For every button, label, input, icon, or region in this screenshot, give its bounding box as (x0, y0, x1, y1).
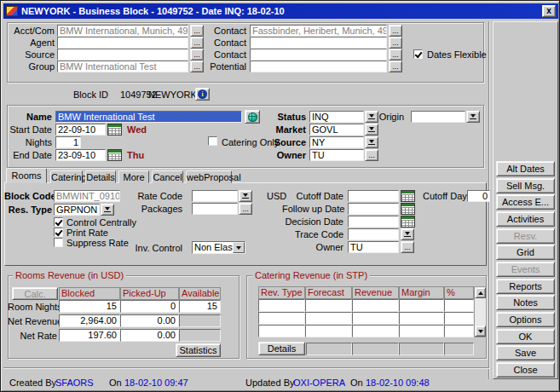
property-info-button[interactable]: i (195, 88, 210, 101)
owner-field[interactable]: TU (309, 149, 364, 161)
source-field[interactable] (57, 49, 188, 61)
status-label: Status (257, 112, 306, 123)
contact2-lookup-button[interactable]: ... (389, 37, 402, 49)
res-type-dropdown-button[interactable] (101, 204, 114, 216)
suppress-rate-label: Suppress Rate (66, 238, 129, 249)
details-button[interactable]: Details (258, 342, 305, 355)
tab-more[interactable]: More (118, 170, 149, 183)
ok-button[interactable]: OK (496, 329, 555, 344)
agent-field[interactable] (57, 37, 188, 49)
origin-dropdown-button[interactable] (466, 111, 480, 123)
updated-on-value: 18-02-10 09:48 (366, 378, 430, 389)
inv-control-combo[interactable]: Non Elastic (192, 241, 245, 254)
packages-label: Packages (137, 204, 182, 215)
suppress-rate-checkbox[interactable] (54, 238, 63, 247)
activities-button[interactable]: Activities (496, 211, 555, 227)
start-date-calendar-icon[interactable] (107, 124, 122, 135)
market-field[interactable]: GOVL (309, 124, 364, 135)
catering-table-scrollbar[interactable] (474, 286, 487, 337)
source-dropdown-button[interactable] (365, 136, 378, 148)
tab-catering[interactable]: Catering (50, 170, 83, 183)
end-date-field[interactable]: 23-09-10 (55, 149, 106, 161)
rr-row-net-revenue-label: Net Revenue (8, 316, 57, 327)
reports-button[interactable]: Reports (496, 279, 555, 294)
notes-button[interactable]: Notes (496, 295, 555, 310)
cutoff-date-calendar-icon[interactable] (401, 190, 415, 202)
origin-field[interactable] (411, 111, 465, 123)
acct-com-field[interactable]: BMW International, Munich, 49 8 215 8 (57, 25, 188, 37)
tab-details[interactable]: Details (85, 170, 116, 183)
tab-rooms[interactable]: Rooms (6, 168, 47, 183)
followup-date-calendar-icon[interactable] (401, 203, 415, 215)
grid-button[interactable]: Grid (496, 245, 555, 260)
cutoff-days-label: Cutoff Days (423, 191, 464, 202)
title-bar[interactable]: NEWYORK - Business Block - 1049752 - Dat… (3, 3, 558, 19)
control-centrally-checkbox[interactable] (54, 217, 63, 227)
tab-owner-lookup-button[interactable]: ... (401, 241, 414, 253)
contact1-lookup-button[interactable]: ... (389, 25, 402, 37)
rr-row-room-nights-label: Room Nights (8, 302, 57, 313)
source2-field[interactable]: NY (309, 136, 364, 148)
group-field[interactable]: BMW International Test (57, 61, 188, 72)
cr-col-forecast: Forecast (305, 286, 352, 299)
access-excl-button[interactable]: Access E... (496, 194, 555, 210)
cr-cell (258, 299, 305, 312)
contact1-label: Contact (197, 26, 246, 37)
start-date-field[interactable]: 22-09-10 (55, 124, 106, 135)
decision-date-field[interactable] (348, 216, 399, 228)
close-button[interactable]: Close (496, 362, 555, 378)
catering-revenue-title: Catering Revenue (in STP) (252, 270, 370, 280)
tab-cancel[interactable]: Cancel (152, 170, 183, 183)
rate-code-dropdown-button[interactable] (239, 190, 252, 202)
statistics-button[interactable]: Statistics (176, 343, 221, 357)
cr-total-cell (352, 343, 399, 355)
market-dropdown-button[interactable] (365, 124, 378, 135)
tab-owner-field[interactable]: TU (348, 241, 399, 253)
packages-lookup-button[interactable]: ... (239, 203, 252, 215)
sell-msg-button[interactable]: Sell Msg. (496, 178, 555, 193)
cr-total-cell (444, 343, 474, 355)
rooms-revenue-title: Rooms Revenue (in USD) (13, 270, 126, 280)
print-rate-checkbox[interactable] (54, 228, 63, 237)
cr-cell (305, 312, 352, 325)
decision-date-calendar-icon[interactable] (401, 216, 415, 228)
block-id-label: Block ID (73, 89, 108, 101)
save-button[interactable]: Save (496, 345, 555, 360)
res-type-field[interactable]: GRPNON (54, 204, 100, 216)
rate-code-field[interactable] (192, 190, 238, 202)
chevron-down-icon[interactable] (233, 242, 245, 253)
potential-lookup-button[interactable]: ... (389, 61, 402, 72)
packages-field[interactable] (192, 203, 238, 215)
block-code-field[interactable]: BMWINT_0910 (54, 190, 120, 202)
rr-net-rate-pickedup: 0.00 (120, 329, 179, 342)
contact1-field[interactable]: Fassbinder, Heribert, Munich, 49 8 125 (250, 25, 387, 37)
options-button[interactable]: Options (496, 312, 555, 327)
scroll-up-icon[interactable] (475, 287, 486, 298)
scroll-down-icon[interactable] (475, 326, 486, 337)
cr-cell (444, 325, 474, 337)
owner-lookup-button[interactable]: ... (365, 149, 378, 161)
contact3-field[interactable] (250, 49, 387, 61)
cr-cell (444, 312, 474, 325)
dates-flexible-checkbox[interactable] (413, 49, 423, 59)
followup-date-field[interactable] (348, 203, 399, 215)
close-window-button[interactable]: x (542, 5, 556, 17)
name-field[interactable]: BMW International Test (55, 111, 242, 123)
potential-field[interactable] (250, 61, 387, 72)
catering-only-checkbox[interactable] (208, 136, 217, 146)
status-field[interactable]: INQ (309, 111, 364, 123)
cutoff-date-field[interactable] (348, 190, 399, 202)
calc-button[interactable]: Calc. (12, 287, 58, 300)
alt-dates-button[interactable]: Alt Dates (496, 161, 555, 176)
cr-col-margin: Margin (399, 286, 444, 299)
trace-code-field[interactable] (348, 228, 399, 240)
cr-cell (305, 325, 352, 337)
nights-field[interactable]: 1 (55, 136, 81, 148)
rr-net-revenue-available (179, 314, 221, 327)
tab-webproposal[interactable]: webProposal (186, 170, 232, 183)
trace-code-dropdown-button[interactable] (401, 228, 414, 240)
cutoff-days-field[interactable]: 0 (467, 190, 490, 202)
end-date-calendar-icon[interactable] (107, 149, 122, 161)
contact2-field[interactable] (250, 37, 387, 49)
contact3-lookup-button[interactable]: ... (389, 49, 402, 61)
